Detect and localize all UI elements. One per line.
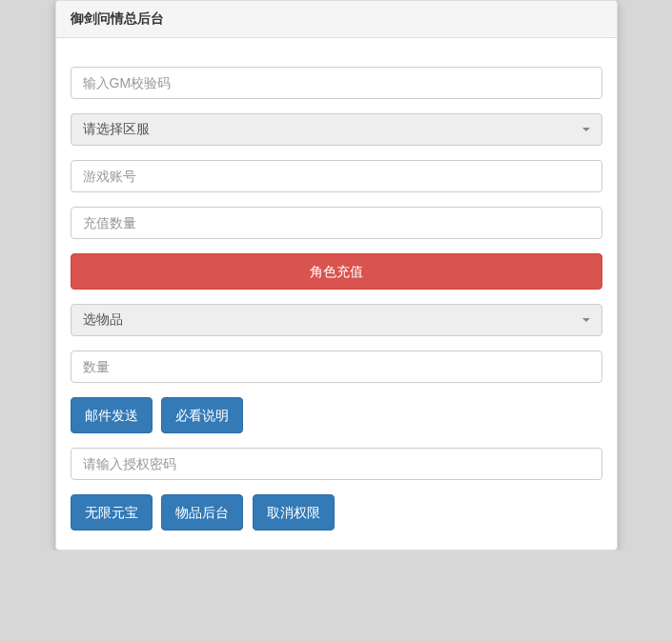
panel-title: 御剑问情总后台 (56, 1, 617, 38)
quantity-input[interactable] (71, 351, 602, 383)
role-recharge-button[interactable]: 角色充值 (71, 253, 602, 290)
recharge-amount-input[interactable] (71, 207, 602, 239)
server-select-text: 请选择区服 (71, 114, 601, 145)
game-account-input[interactable] (71, 160, 602, 192)
permission-button-row: 无限元宝 物品后台 取消权限 (71, 494, 602, 531)
panel-body: 请选择区服 角色充值 选物品 邮件发送 必看说明 无限元宝 物品后台 取消权限 (56, 38, 617, 550)
must-read-button[interactable]: 必看说明 (161, 397, 243, 433)
auth-password-input[interactable] (71, 448, 602, 480)
item-select-text: 选物品 (71, 305, 601, 335)
cancel-permission-button[interactable]: 取消权限 (253, 494, 335, 531)
main-panel: 御剑问情总后台 请选择区服 角色充值 选物品 邮件发送 必看说明 无限元宝 物品… (55, 0, 618, 551)
chevron-down-icon (582, 128, 590, 131)
chevron-down-icon (582, 318, 590, 322)
gm-code-input[interactable] (71, 67, 602, 99)
send-mail-button[interactable]: 邮件发送 (71, 397, 153, 433)
mail-button-row: 邮件发送 必看说明 (71, 397, 602, 433)
item-backend-button[interactable]: 物品后台 (161, 494, 243, 531)
unlimited-gold-button[interactable]: 无限元宝 (71, 494, 153, 531)
item-select[interactable]: 选物品 (71, 304, 602, 336)
server-select[interactable]: 请选择区服 (71, 113, 602, 146)
